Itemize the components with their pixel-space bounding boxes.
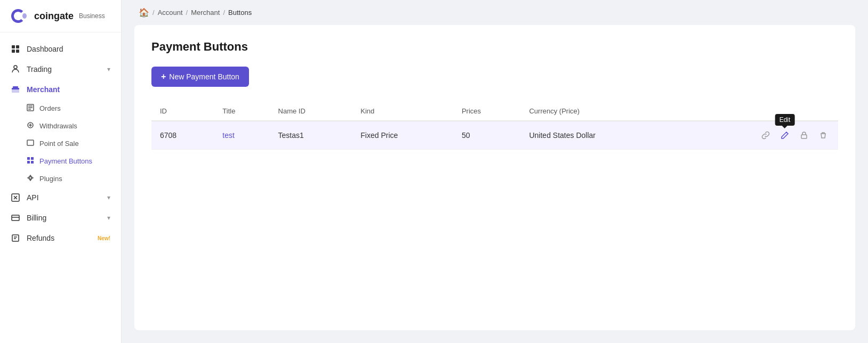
- content-area: Payment Buttons + New Payment Button ID …: [134, 25, 855, 330]
- page-title: Payment Buttons: [151, 40, 838, 54]
- lock-button[interactable]: [798, 129, 810, 142]
- refunds-new-badge: New!: [98, 235, 110, 241]
- refunds-icon: [11, 233, 20, 243]
- payment-buttons-table-wrap: ID Title Name ID Kind Prices Currency (P…: [151, 102, 838, 150]
- svg-rect-26: [12, 235, 19, 241]
- table-body: 6708 test Testas1 Fixed Price 50 United …: [151, 121, 838, 150]
- billing-icon: [11, 213, 20, 223]
- svg-rect-3: [12, 50, 15, 53]
- lock-icon: [800, 131, 808, 140]
- new-btn-label: New Payment Button: [169, 72, 239, 81]
- api-icon: [11, 193, 20, 202]
- coingate-logo-icon: [11, 9, 30, 23]
- cell-kind: Fixed Price: [352, 121, 453, 150]
- sidebar-item-refunds[interactable]: Refunds New!: [0, 228, 121, 248]
- sidebar-label-orders: Orders: [39, 104, 61, 112]
- breadcrumb-sep-2: /: [186, 9, 188, 17]
- sidebar-label-payment-buttons: Payment Buttons: [39, 157, 92, 165]
- svg-rect-24: [12, 215, 19, 220]
- breadcrumb-merchant[interactable]: Merchant: [191, 9, 220, 17]
- col-actions: [676, 102, 838, 121]
- col-prices: Prices: [453, 102, 521, 121]
- new-payment-button[interactable]: + New Payment Button: [151, 67, 249, 87]
- new-btn-plus: +: [161, 72, 166, 81]
- payment-buttons-icon: [27, 157, 34, 166]
- breadcrumb-sep-3: /: [223, 9, 225, 17]
- svg-rect-16: [27, 140, 34, 145]
- edit-icon: [781, 131, 789, 140]
- svg-rect-8: [13, 86, 18, 88]
- col-kind: Kind: [352, 102, 453, 121]
- breadcrumb: 🏠 / Account / Merchant / Buttons: [122, 0, 868, 25]
- svg-rect-2: [16, 45, 19, 48]
- logo-area: coingate Business: [0, 0, 121, 32]
- cell-id: 6708: [151, 121, 214, 150]
- cell-title[interactable]: test: [214, 121, 269, 150]
- svg-rect-20: [31, 161, 34, 164]
- cell-name-id: Testas1: [270, 121, 352, 150]
- svg-rect-1: [12, 45, 15, 48]
- edit-tooltip-wrap: Edit: [778, 129, 791, 142]
- payment-buttons-table: ID Title Name ID Kind Prices Currency (P…: [151, 102, 838, 150]
- actions-cell: Edit: [684, 129, 830, 142]
- sidebar-item-plugins[interactable]: Plugins: [0, 170, 121, 187]
- point-of-sale-icon: [27, 139, 34, 148]
- table-header: ID Title Name ID Kind Prices Currency (P…: [151, 102, 838, 121]
- col-id: ID: [151, 102, 214, 121]
- sidebar-item-withdrawals[interactable]: Withdrawals: [0, 117, 121, 135]
- svg-rect-17: [27, 157, 30, 160]
- sidebar-label-refunds: Refunds: [27, 234, 89, 242]
- sidebar-label-dashboard: Dashboard: [27, 45, 110, 53]
- sidebar-item-billing[interactable]: Billing ▾: [0, 208, 121, 228]
- svg-point-0: [22, 13, 27, 19]
- sidebar-label-trading: Trading: [27, 65, 101, 74]
- svg-rect-4: [16, 50, 19, 53]
- svg-rect-18: [31, 157, 34, 160]
- dashboard-icon: [11, 44, 20, 54]
- sidebar-nav: Dashboard Trading ▾ Merchant Orders: [0, 32, 121, 255]
- col-name-id: Name ID: [270, 102, 352, 121]
- sidebar: coingate Business Dashboard Trading ▾ Me…: [0, 0, 122, 343]
- sidebar-item-payment-buttons[interactable]: Payment Buttons: [0, 152, 121, 170]
- col-title: Title: [214, 102, 269, 121]
- app-badge: Business: [79, 12, 105, 20]
- cell-actions: Edit: [676, 121, 838, 150]
- sidebar-item-point-of-sale[interactable]: Point of Sale: [0, 135, 121, 152]
- table-row: 6708 test Testas1 Fixed Price 50 United …: [151, 121, 838, 150]
- link-button[interactable]: [759, 129, 772, 142]
- sidebar-label-merchant: Merchant: [27, 85, 110, 94]
- sidebar-item-orders[interactable]: Orders: [0, 100, 121, 117]
- billing-arrow-icon: ▾: [107, 214, 110, 222]
- breadcrumb-buttons: Buttons: [228, 9, 252, 17]
- withdrawals-icon: [27, 121, 34, 130]
- main-content: 🏠 / Account / Merchant / Buttons Payment…: [122, 0, 868, 343]
- sidebar-label-api: API: [27, 193, 101, 202]
- svg-rect-7: [12, 88, 19, 89]
- trading-icon: [11, 64, 20, 74]
- col-currency: Currency (Price): [520, 102, 676, 121]
- link-icon: [761, 131, 770, 140]
- sidebar-item-trading[interactable]: Trading ▾: [0, 59, 121, 79]
- trading-arrow-icon: ▾: [107, 66, 110, 73]
- plugins-icon: [27, 174, 34, 183]
- home-icon[interactable]: 🏠: [139, 7, 149, 18]
- sidebar-item-dashboard[interactable]: Dashboard: [0, 39, 121, 59]
- cell-currency: United States Dollar: [520, 121, 676, 150]
- cell-prices: 50: [453, 121, 521, 150]
- api-arrow-icon: ▾: [107, 194, 110, 201]
- svg-point-5: [14, 66, 17, 69]
- sidebar-label-billing: Billing: [27, 214, 101, 222]
- svg-rect-29: [801, 135, 807, 138]
- svg-rect-19: [27, 161, 30, 164]
- edit-button[interactable]: [778, 129, 791, 142]
- sidebar-item-api[interactable]: API ▾: [0, 187, 121, 208]
- breadcrumb-account[interactable]: Account: [158, 9, 183, 17]
- sidebar-label-plugins: Plugins: [39, 175, 62, 183]
- orders-icon: [27, 104, 34, 113]
- sidebar-label-point-of-sale: Point of Sale: [39, 140, 79, 148]
- app-name: coingate: [34, 11, 74, 22]
- sidebar-item-merchant[interactable]: Merchant: [0, 79, 121, 100]
- sidebar-label-withdrawals: Withdrawals: [39, 122, 77, 130]
- delete-button[interactable]: [817, 129, 830, 142]
- breadcrumb-sep-1: /: [152, 9, 155, 17]
